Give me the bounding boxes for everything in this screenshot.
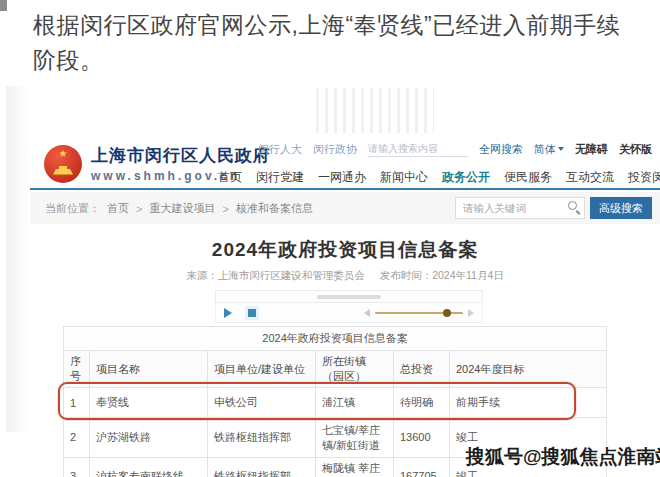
volume-knob[interactable]	[443, 309, 451, 317]
nav-item-services[interactable]: 一网通办	[318, 169, 366, 186]
doc-source: 来源：上海市闵行区建设和管理委员会	[186, 269, 365, 281]
search-icon[interactable]	[568, 201, 577, 210]
breadcrumb: 当前位置： 首页 > 重大建设项目 > 核准和备案信息	[45, 201, 313, 216]
watermark-text: 搜狐号@搜狐焦点淮南站	[466, 444, 660, 470]
page-title: 2024年政府投资项目信息备案	[30, 237, 660, 263]
link-zhengxie[interactable]: 闵行政协	[313, 142, 357, 157]
speaker-icon	[468, 309, 474, 317]
cell-unit: 申铁公司	[208, 388, 316, 418]
advanced-search-button[interactable]: 高级搜索	[590, 197, 652, 219]
doc-meta: 来源：上海市闵行区建设和管理委员会 发布时间：2024年11月4日	[30, 269, 660, 283]
col-header-town: 所在街镇（园区）	[316, 351, 394, 388]
nav-item-invest[interactable]: 投资闵行	[628, 169, 660, 186]
screenshot-root: 根据闵行区政府官网公示,上海“奉贤线”已经进入前期手续阶段。 上海市闵行区人民政…	[0, 0, 660, 477]
cell-index: 1	[64, 388, 90, 418]
breadcrumb-major-projects[interactable]: 重大建设项目	[149, 201, 215, 216]
nav-item-interact[interactable]: 互动交流	[566, 169, 614, 186]
audio-player-caption	[215, 290, 483, 303]
doc-publish-time: 发布时间：2024年11月4日	[380, 269, 504, 281]
speaker-icon	[364, 309, 370, 317]
volume-group	[364, 309, 474, 317]
nav-item-public[interactable]: 便民服务	[504, 169, 552, 186]
table-caption: 2024年政府投资项目信息备案	[64, 327, 607, 351]
breadcrumb-bar: 当前位置： 首页 > 重大建设项目 > 核准和备案信息 高级搜索	[30, 192, 660, 224]
accessibility-link[interactable]: 无障碍	[575, 142, 608, 157]
cell-unit: 铁路枢纽指挥部	[208, 418, 316, 458]
volume-slider[interactable]	[375, 312, 463, 314]
nav-item-gov-info[interactable]: 政务公开	[442, 169, 490, 186]
main-nav: 首页 闵行党建 一网通办 新闻中心 政务公开 便民服务 互动交流 投资闵行 闵行…	[218, 169, 660, 186]
keyword-search-input[interactable]	[455, 197, 585, 219]
scan-artifact-left-band	[6, 86, 30, 432]
col-header-index: 序号	[64, 351, 90, 388]
col-header-project-name: 项目名称	[90, 351, 208, 388]
gov-site-screenshot: 上海市闵行区人民政府 www.shmh.gov.cn 闵行人大 闵行政协 全网搜…	[30, 133, 660, 477]
scan-artifact-corner	[0, 0, 7, 11]
table-caption-row: 2024年政府投资项目信息备案	[64, 327, 607, 351]
breadcrumb-label: 当前位置：	[45, 201, 100, 216]
scan-artifact-stripes	[316, 88, 434, 133]
cell-project-name: 奉贤线	[90, 388, 208, 418]
cell-town: 浦江镇	[316, 388, 394, 418]
stop-icon[interactable]	[248, 309, 256, 317]
cell-investment: 待明确	[394, 388, 450, 418]
audio-player-controls	[215, 303, 483, 323]
nav-item-news[interactable]: 新闻中心	[380, 169, 428, 186]
play-icon[interactable]	[224, 308, 232, 318]
chevron-down-icon	[558, 147, 564, 151]
cell-target: 前期手续	[450, 388, 607, 418]
col-header-investment: 总投资	[394, 351, 450, 388]
breadcrumb-filing-info[interactable]: 核准和备案信息	[236, 201, 313, 216]
language-label: 简体	[534, 142, 556, 157]
language-select[interactable]: 简体	[534, 142, 564, 157]
site-wide-search-link[interactable]: 全网搜索	[479, 142, 523, 157]
audio-progress-bar	[317, 295, 381, 299]
cell-unit: 铁路枢纽指挥部	[208, 458, 316, 477]
table-row-fengxian-line: 1 奉贤线 申铁公司 浦江镇 待明确 前期手续	[64, 388, 607, 418]
col-header-unit: 项目单位/建设单位	[208, 351, 316, 388]
care-mode-link[interactable]: 关怀版	[619, 142, 652, 157]
breadcrumb-separator: >	[222, 203, 228, 215]
cell-town: 七宝镇/莘庄镇/新虹街道	[316, 418, 394, 458]
audio-player	[215, 290, 483, 323]
breadcrumb-separator: >	[136, 203, 142, 215]
header-search-input[interactable]	[368, 141, 468, 157]
cell-town: 梅陇镇 莘庄镇	[316, 458, 394, 477]
article-paragraph: 根据闵行区政府官网公示,上海“奉贤线”已经进入前期手续阶段。	[33, 8, 635, 78]
table-header-row: 序号 项目名称 项目单位/建设单位 所在街镇（园区） 总投资 2024年度目标	[64, 351, 607, 388]
cell-project-name: 沪杭客专南联络线	[90, 458, 208, 477]
link-renda[interactable]: 闵行人大	[258, 142, 302, 157]
breadcrumb-home[interactable]: 首页	[107, 201, 129, 216]
site-name: 上海市闵行区人民政府	[91, 144, 271, 167]
cell-investment: 13600	[394, 418, 450, 458]
cell-project-name: 沪苏湖铁路	[90, 418, 208, 458]
col-header-2024-target: 2024年度目标	[450, 351, 607, 388]
cell-index: 2	[64, 418, 90, 458]
nav-item-party[interactable]: 闵行党建	[256, 169, 304, 186]
cell-index: 3	[64, 458, 90, 477]
header-utility-bar: 闵行人大 闵行政协 全网搜索 简体 无障碍 关怀版	[258, 141, 652, 157]
site-header: 上海市闵行区人民政府 www.shmh.gov.cn 闵行人大 闵行政协 全网搜…	[30, 133, 660, 190]
cell-investment: 167705	[394, 458, 450, 477]
nav-item-home[interactable]: 首页	[218, 169, 242, 186]
national-emblem-icon	[44, 145, 82, 183]
